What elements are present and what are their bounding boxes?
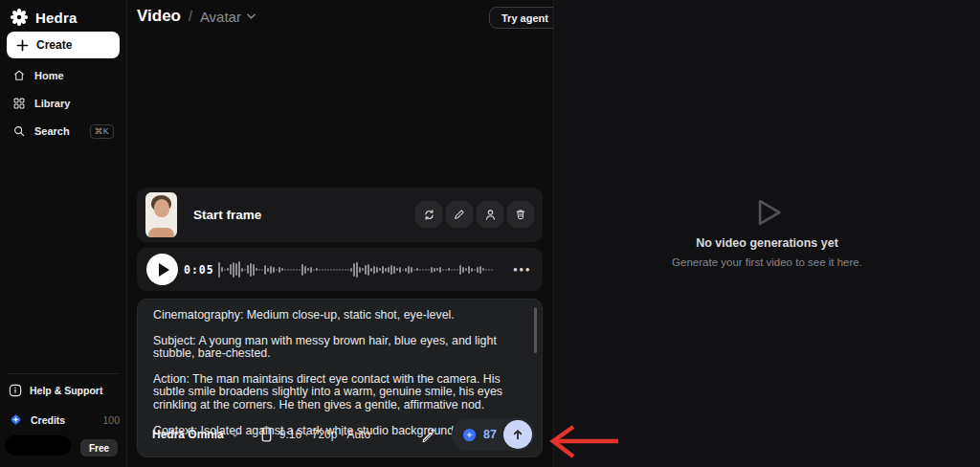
sidebar-item-label: Library [34,98,70,109]
edit-pencil-icon [453,208,466,221]
empty-state-title: No video generations yet [696,236,838,250]
breadcrumb-avatar-label: Avatar [200,9,241,25]
plus-icon [16,39,29,52]
delete-button[interactable] [507,201,534,228]
empty-state: No video generations yet Generate your f… [554,195,980,268]
start-frame-card: Start frame [137,188,543,242]
audio-card: 0:05 ●●● [137,248,543,291]
home-icon [12,69,26,82]
chevron-down-icon [231,432,239,437]
start-frame-label: Start frame [193,188,261,242]
arrow-up-icon [511,428,524,441]
start-frame-actions [415,201,534,228]
sidebar-item-label: Home [34,70,64,81]
hedra-flower-icon [10,8,29,27]
credit-cost: 87 [483,428,497,441]
prompt-footer: Hedra Omnia 9:16 · 720p · Auto [152,418,534,451]
thumbnail-art [154,199,169,217]
user-name-redacted[interactable] [5,435,71,456]
phone-portrait-icon [261,427,272,442]
prompt-paragraph: Subject: A young man with messy brown ha… [153,335,521,361]
sidebar-item-search[interactable]: Search ⌘K [7,119,120,144]
audio-more-button[interactable]: ●●● [513,248,531,291]
avatar-button[interactable] [477,201,503,228]
sidebar-item-library[interactable]: Library [7,91,120,116]
plan-badge: Free [80,439,118,456]
format-value: 9:16 · 720p · Auto [279,428,370,441]
model-name: Hedra Omnia [152,428,224,441]
library-grid-icon [12,97,26,110]
start-frame-thumbnail[interactable] [145,192,177,237]
format-select[interactable]: 9:16 · 720p · Auto [261,427,370,442]
prompt-scrollbar[interactable] [534,307,537,353]
credits-coin-icon [9,412,23,427]
regenerate-button[interactable] [415,201,442,228]
audio-play-button[interactable] [146,254,178,285]
credits-item[interactable]: Credits 100 [9,412,120,427]
generations-panel: No video generations yet Generate your f… [553,0,980,467]
edit-button[interactable] [446,201,473,228]
generate-submit-button[interactable] [503,420,532,449]
credits-value: 100 [102,414,120,426]
search-shortcut-badge: ⌘K [90,124,114,139]
brand-name: Hedra [35,10,78,26]
sidebar-item-label: Search [34,125,70,137]
brand-logo[interactable]: Hedra [10,8,78,27]
audio-duration: 0:05 [184,248,214,291]
audio-waveform[interactable] [218,257,498,281]
sidebar-item-home[interactable]: Home [7,63,120,88]
trash-icon [514,208,527,221]
play-outline-icon [750,195,785,230]
prompt-paragraph: Cinematography: Medium close-up, static … [153,309,521,322]
chevron-down-icon [247,13,256,19]
create-button-label: Create [36,38,72,52]
breadcrumb-avatar-select[interactable]: Avatar [200,9,256,25]
enhance-wand-icon [420,427,436,443]
hedra-app: Hedra Create Home Library [0,0,980,467]
sidebar: Hedra Create Home Library [0,0,127,467]
empty-state-subtitle: Generate your first video to see it here… [672,256,862,268]
breadcrumb-separator: / [189,9,192,24]
try-agent-button[interactable]: Try agent [489,7,561,29]
search-icon [12,124,26,138]
help-support-item[interactable]: Help & Support [9,384,120,397]
create-button[interactable]: Create [7,32,120,58]
breadcrumb-mode: Video [137,7,181,26]
credit-coin-icon [462,428,477,442]
info-icon [9,384,22,397]
enhance-prompt-button[interactable] [415,422,440,447]
play-icon [159,263,169,277]
thumbnail-art [148,228,174,237]
submit-pill: 87 [452,418,534,451]
prompt-card: Cinematography: Medium close-up, static … [137,299,543,457]
sidebar-divider [8,373,119,374]
breadcrumb: Video / Avatar [137,7,256,26]
person-icon [483,208,498,222]
credits-label: Credits [31,414,65,426]
help-support-label: Help & Support [30,385,102,396]
regenerate-icon [422,208,436,222]
model-select[interactable]: Hedra Omnia [152,428,239,441]
prompt-paragraph: Action: The man maintains direct eye con… [153,373,521,412]
